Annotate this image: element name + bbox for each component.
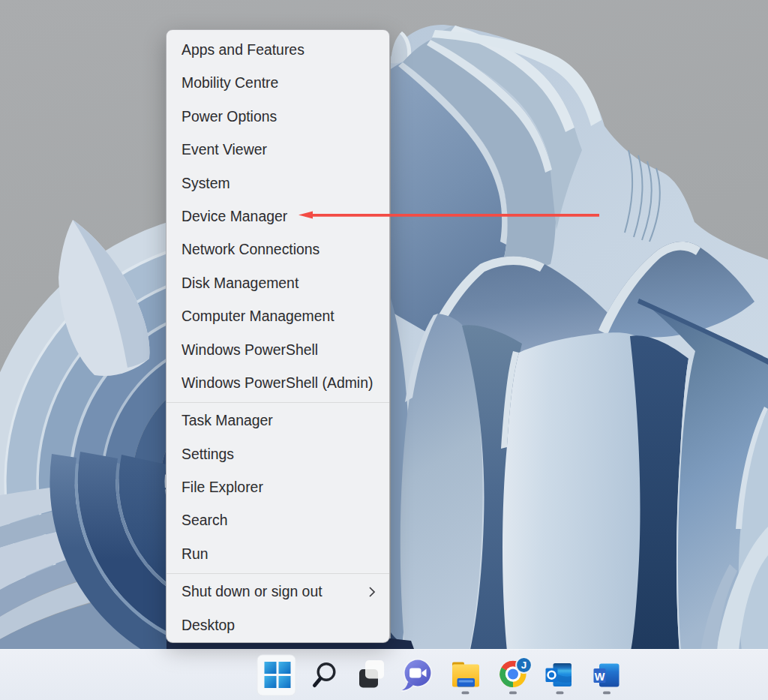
svg-text:W: W	[595, 671, 605, 683]
svg-text:J: J	[521, 659, 527, 671]
